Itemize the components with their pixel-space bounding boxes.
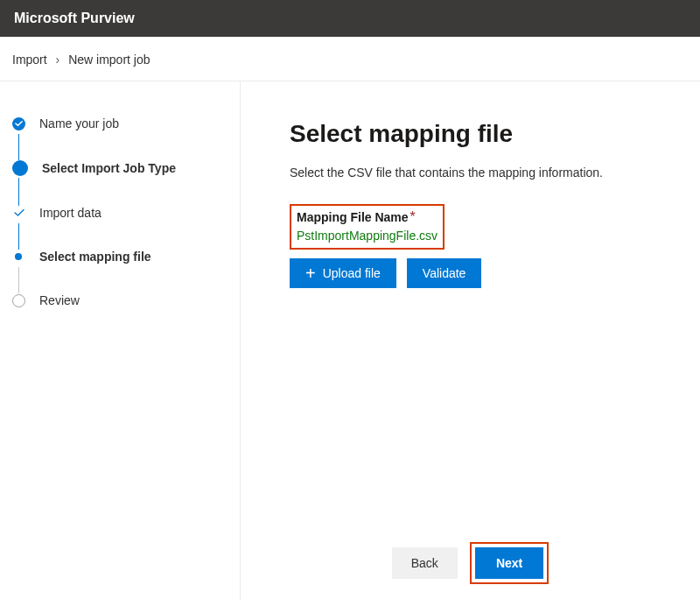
step-import-data[interactable]: Import data: [12, 206, 228, 250]
mapping-file-name: PstImportMappingFile.csv: [297, 229, 438, 243]
required-indicator: *: [410, 209, 416, 224]
back-button[interactable]: Back: [392, 547, 458, 579]
mapping-file-label: Mapping File Name: [297, 210, 409, 224]
page-description: Select the CSV file that contains the ma…: [290, 166, 682, 180]
mapping-file-highlight: Mapping File Name* PstImportMappingFile.…: [290, 204, 444, 250]
page-title: Select mapping file: [290, 120, 682, 148]
step-label: Import data: [39, 206, 102, 220]
validate-label: Validate: [423, 266, 466, 280]
content-area: Name your job Select Import Job Type Imp…: [0, 81, 700, 600]
step-review[interactable]: Review: [12, 293, 228, 307]
step-label: Name your job: [39, 116, 119, 130]
step-current-icon: [12, 160, 28, 176]
step-select-import-job-type[interactable]: Select Import Job Type: [12, 160, 228, 206]
next-button-highlight: Next: [470, 542, 549, 584]
step-pending-icon: [12, 294, 25, 307]
step-name-your-job[interactable]: Name your job: [12, 116, 228, 160]
step-label: Select Import Job Type: [42, 161, 176, 175]
breadcrumb-current: New import job: [68, 53, 150, 67]
plus-icon: +: [305, 267, 316, 279]
breadcrumb-root[interactable]: Import: [12, 53, 47, 67]
step-label: Review: [39, 293, 80, 307]
app-header: Microsoft Purview: [0, 0, 700, 37]
wizard-footer: Back Next: [241, 542, 700, 584]
app-title: Microsoft Purview: [14, 11, 135, 25]
step-select-mapping-file[interactable]: Select mapping file: [12, 250, 228, 293]
step-active-dot-icon: [15, 253, 22, 260]
step-label: Select mapping file: [39, 250, 151, 264]
wizard-steps-sidebar: Name your job Select Import Job Type Imp…: [0, 81, 241, 600]
next-button[interactable]: Next: [475, 547, 543, 579]
main-panel: Select mapping file Select the CSV file …: [241, 81, 700, 600]
validate-button[interactable]: Validate: [407, 258, 482, 288]
checkmark-outline-icon: [12, 207, 25, 220]
breadcrumb: Import › New import job: [0, 37, 700, 81]
upload-file-label: Upload file: [323, 266, 381, 280]
upload-file-button[interactable]: + Upload file: [290, 258, 396, 288]
chevron-right-icon: ›: [56, 53, 60, 67]
checkmark-icon: [12, 117, 25, 130]
